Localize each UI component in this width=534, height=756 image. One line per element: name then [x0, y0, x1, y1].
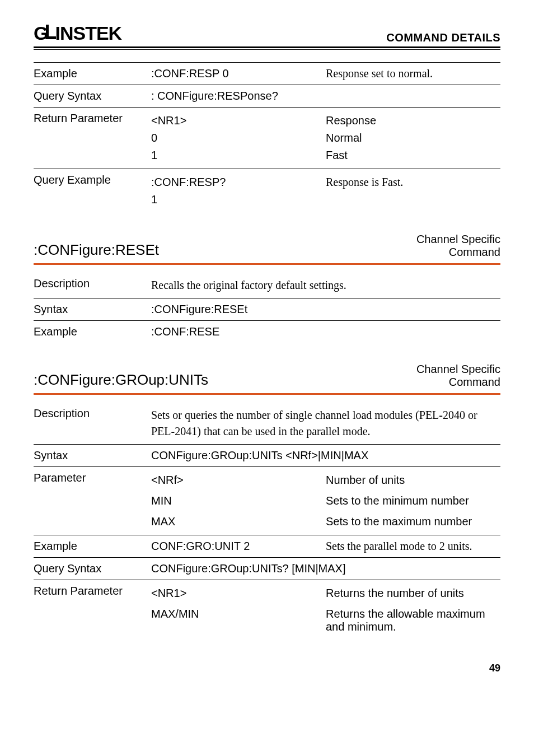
label-return-parameter: Return Parameter: [34, 112, 151, 125]
query-example-cmd: :CONF:RESP?: [151, 176, 326, 189]
row-return-parameter: Return Parameter <NR1> Response 0 Normal…: [34, 108, 500, 169]
section-head-reset: :CONFigure:RESEt Channel Specific Comman…: [34, 233, 500, 263]
section-title-group: :CONFigure:GROup:UNITs: [34, 371, 208, 389]
rp-val-1: 1: [151, 149, 326, 162]
reset-label-example: Example: [34, 325, 151, 338]
section-badge-reset: Channel Specific Command: [416, 233, 500, 259]
row-example: Example :CONF:RESP 0 Response set to nor…: [34, 62, 500, 85]
param-desc-2: Sets to the maximum number: [326, 515, 500, 528]
logo-text-2: INSTEK: [55, 22, 121, 44]
return-param-type: <NR1>: [151, 114, 326, 127]
group-label-parameter: Parameter: [34, 472, 151, 484]
row-query-example: Query Example :CONF:RESP? Response is Fa…: [34, 169, 500, 213]
group-rp-val-1: MAX/MIN: [151, 608, 326, 633]
label-query-syntax: Query Syntax: [34, 90, 151, 102]
query-example-cmd2: 1: [151, 193, 326, 206]
section-rule-reset: [34, 263, 500, 265]
rp-desc-1: Fast: [326, 149, 500, 162]
reset-row-syntax: Syntax :CONFigure:RESEt: [34, 298, 500, 321]
badge-line2: Command: [416, 246, 500, 259]
query-syntax-value: : CONFigure:RESPonse?: [151, 90, 326, 102]
group-row-parameter: Parameter <NRf> Number of units MIN Sets…: [34, 467, 500, 535]
reset-syntax-value: :CONFigure:RESEt: [151, 303, 500, 316]
page-header: GINSTEK COMMAND DETAILS: [34, 22, 500, 44]
reset-row-example: Example :CONF:RESE: [34, 321, 500, 343]
section-title-reset: :CONFigure:RESEt: [34, 241, 159, 259]
group-label-return-parameter: Return Parameter: [34, 585, 151, 598]
logo-text-1: G: [34, 22, 47, 44]
group-example-desc: Sets the parallel mode to 2 units.: [326, 540, 500, 553]
row-query-syntax: Query Syntax : CONFigure:RESPonse?: [34, 85, 500, 108]
group-example-cmd: CONF:GRO:UNIT 2: [151, 540, 326, 553]
example-command: :CONF:RESP 0: [151, 67, 326, 80]
group-rp-desc-1: Returns the allowable maximum and minimu…: [326, 608, 500, 633]
brand-logo: GINSTEK: [34, 22, 121, 44]
group-label-query-syntax: Query Syntax: [34, 562, 151, 575]
group-row-query-syntax: Query Syntax CONFigure:GROup:UNITs? [MIN…: [34, 558, 500, 580]
group-label-description: Description: [34, 407, 151, 420]
badge-line2: Command: [416, 376, 500, 389]
param-val-2: MAX: [151, 515, 326, 528]
reset-label-syntax: Syntax: [34, 303, 151, 316]
group-rp-val-0: <NR1>: [151, 587, 326, 600]
group-rp-desc-0: Returns the number of units: [326, 587, 500, 600]
empty: [326, 193, 500, 206]
section-badge-group: Channel Specific Command: [416, 363, 500, 389]
group-row-syntax: Syntax CONFigure:GROup:UNITs <NRf>|MIN|M…: [34, 445, 500, 467]
param-val-0: <NRf>: [151, 474, 326, 487]
header-rule: [34, 46, 500, 50]
group-row-description: Description Sets or queries the number o…: [34, 403, 500, 445]
reset-example-value: :CONF:RESE: [151, 325, 500, 338]
group-query-syntax-value: CONFigure:GROup:UNITs? [MIN|MAX]: [151, 562, 500, 575]
section-head-group: :CONFigure:GROup:UNITs Channel Specific …: [34, 363, 500, 393]
query-example-desc: Response is Fast.: [326, 176, 500, 189]
badge-line1: Channel Specific: [416, 233, 500, 246]
logo-connector-icon: [46, 25, 56, 39]
group-label-example: Example: [34, 540, 151, 553]
page-number: 49: [34, 662, 500, 674]
group-label-syntax: Syntax: [34, 449, 151, 462]
header-section-title: COMMAND DETAILS: [386, 31, 500, 44]
section-rule-group: [34, 393, 500, 395]
rp-val-0: 0: [151, 132, 326, 144]
return-parameter-block: <NR1> Response 0 Normal 1 Fast: [151, 112, 500, 164]
return-param-header: Response: [326, 114, 500, 127]
reset-description-text: Recalls the original factory default set…: [151, 277, 500, 293]
badge-line1: Channel Specific: [416, 363, 500, 376]
label-example: Example: [34, 67, 151, 80]
group-description-text: Sets or queries the number of single cha…: [151, 407, 500, 440]
group-syntax-value: CONFigure:GROup:UNITs <NRf>|MIN|MAX: [151, 449, 500, 462]
param-desc-1: Sets to the minimum number: [326, 494, 500, 507]
param-desc-0: Number of units: [326, 474, 500, 487]
group-parameter-block: <NRf> Number of units MIN Sets to the mi…: [151, 472, 500, 530]
reset-row-description: Description Recalls the original factory…: [34, 273, 500, 298]
param-val-1: MIN: [151, 494, 326, 507]
group-return-parameter-block: <NR1> Returns the number of units MAX/MI…: [151, 585, 500, 636]
rp-desc-0: Normal: [326, 132, 500, 144]
example-description: Response set to normal.: [326, 67, 500, 80]
reset-label-description: Description: [34, 277, 151, 290]
query-example-block: :CONF:RESP? Response is Fast. 1: [151, 174, 500, 208]
group-row-example: Example CONF:GRO:UNIT 2 Sets the paralle…: [34, 535, 500, 558]
group-row-return-parameter: Return Parameter <NR1> Returns the numbe…: [34, 580, 500, 640]
label-query-example: Query Example: [34, 174, 151, 186]
